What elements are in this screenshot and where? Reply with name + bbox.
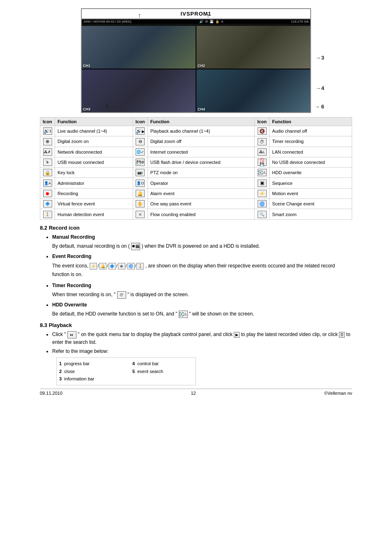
status-storage: 116.276 GB <box>291 20 309 23</box>
icon-sequence: ▣ <box>258 180 267 187</box>
num-item-2: 2 close <box>59 368 120 375</box>
manual-recording-item: Manual Recording By default, manual reco… <box>52 233 352 250</box>
func-zoom-on: Digital zoom on <box>55 136 133 147</box>
icon-inline-hdd: 💽⚠ <box>179 311 188 318</box>
ev-ico-3: 🔷 <box>108 263 116 269</box>
camera-view: 2000 / NOV/08 00:03 / 03 (WED) 🔊 ⚙ 💾 🔒 A… <box>81 18 311 113</box>
icon-timer-rec: ⏱ <box>258 138 267 145</box>
func-sequence: Sequence <box>270 178 352 188</box>
ch2-label: CH2 <box>198 64 205 68</box>
func-ptz: PTZ mode on <box>148 168 255 178</box>
func-vfence: Virtual fence event <box>55 199 133 209</box>
cam-ch1: CH1 <box>82 26 196 69</box>
func-flow: Flow counting enabled <box>148 209 255 219</box>
icon-smart-zoom: 🔍 <box>258 211 267 218</box>
icon-admin: 👤A <box>43 180 52 187</box>
cam-ch2: CH2 <box>196 26 310 69</box>
hdd-overwrite-label: HDD Overwrite <box>52 302 87 308</box>
func-timer-rec: Timer recording <box>270 136 352 147</box>
timer-recording-item: Timer Recording When timer recording is … <box>52 282 352 299</box>
func-usb-mouse: USB mouse connected <box>55 157 133 167</box>
ev-ico-4: ⊕ <box>118 263 125 269</box>
numbered-list: 1 progress bar 4 control bar 2 close 5 e… <box>56 357 196 385</box>
func-audio-off: Audio channel off <box>270 126 352 136</box>
title-bar: IVSPROM1 <box>81 8 311 18</box>
timer-recording-label: Timer Recording <box>52 283 91 288</box>
func-live-audio: Live audio channel (1~4) <box>55 126 133 136</box>
func-zoom-off: Digital zoom off <box>148 136 255 147</box>
arrow-5: 5 ← <box>106 104 115 110</box>
ev-ico-2: 🔔 <box>99 263 106 269</box>
footer-copyright: ©Velleman nv <box>324 391 352 396</box>
func-admin: Administrator <box>55 178 133 188</box>
table-row: 🚶 Human detection event ⤭ Flow counting … <box>40 209 352 219</box>
icon-recording: ⏺ <box>43 190 52 197</box>
icon-table: Icon Function Icon Function Icon Functio… <box>40 117 352 220</box>
func-alarm: Alarm event <box>148 188 255 198</box>
event-recording-text: The event icons, ⚡ / 🔔 / 🔷 / ⊕ / 🌀 / 🚶 <box>52 262 352 279</box>
col-icon2: Icon <box>133 117 148 126</box>
status-icons: 🔊 ⚙ 💾 🔒 A <box>199 20 223 23</box>
camera-grid: CH1 CH2 CH3 CH4 <box>82 26 310 112</box>
heading-8-2: 8.2 Record icon <box>40 225 352 231</box>
icon-vfence: 🔷 <box>43 200 52 207</box>
col-icon1: Icon <box>40 117 55 126</box>
section-8-3: 8.3 Playback Click " ⏯ " on the quick me… <box>40 322 352 385</box>
col-icon3: Icon <box>255 117 270 126</box>
ev-ico-5: 🌀 <box>127 263 135 269</box>
icon-alarm: 🔔 <box>136 190 145 197</box>
icon-inet-conn: 🌐✓ <box>136 148 145 156</box>
playback-bullet-2: Refer to the image below: 1 progress bar… <box>52 348 352 385</box>
icon-play-latest: ▶ <box>234 332 240 338</box>
manual-recording-label: Manual Recording <box>52 234 95 240</box>
icon-lan-conn: 🖧L <box>258 148 267 156</box>
table-row: 🔊1 Live audio channel (1~4) 🔊▶ Playback … <box>40 126 352 136</box>
footer-date: 09.11.2010 <box>40 391 62 396</box>
icon-usb-flash: 💾⚙ <box>136 159 145 166</box>
icon-playback-ctrl: ⏯ <box>67 331 76 339</box>
func-smart-zoom: Smart zoom <box>270 209 352 219</box>
heading-8-3: 8.3 Playback <box>40 322 352 328</box>
section-8-2: 8.2 Record icon Manual Recording By defa… <box>40 225 352 318</box>
ev-ico-6: 🚶 <box>136 263 144 269</box>
icon-inline-recording: ⏺🎬 <box>131 243 140 250</box>
icon-zoom-off: ⊖ <box>136 138 145 145</box>
func-oneway: One way pass event <box>148 199 255 209</box>
ch1-label: CH1 <box>83 64 90 68</box>
cam-ch4: CH4 <box>196 69 310 112</box>
icon-scene-change: 🌀 <box>258 200 267 207</box>
timer-recording-text: When timer recording is on, " ⏱ " is dis… <box>52 291 352 299</box>
icon-motion: ⚡ <box>258 190 267 197</box>
event-icons-inline: ⚡ / 🔔 / 🔷 / ⊕ / 🌀 / 🚶 <box>90 263 144 270</box>
func-key-lock: Key lock <box>55 168 133 178</box>
num-item-3: 3 information bar <box>59 375 120 382</box>
arrow-4: → 4 <box>316 85 324 91</box>
icon-flow: ⤭ <box>136 211 145 218</box>
table-row: ⏺ Recording 🔔 Alarm event ⚡ Motion event <box>40 188 352 198</box>
ch3-label: CH3 <box>83 107 90 111</box>
num-item-1: 1 progress bar <box>59 360 120 367</box>
event-recording-label: Event Recording <box>52 253 91 259</box>
event-recording-item: Event Recording The event icons, ⚡ / 🔔 /… <box>52 253 352 279</box>
manual-recording-text: By default, manual recording is on ( ⏺🎬 … <box>52 242 352 250</box>
func-no-usb: No USB device connected <box>270 157 352 167</box>
func-inet-conn: Internet connected <box>148 147 255 157</box>
icon-key-lock: 🔒 <box>43 169 52 176</box>
icon-operator: 👤O <box>136 180 145 187</box>
func-hdd-overwrite: HDD overwrite <box>270 168 352 178</box>
hdd-overwrite-text: Be default, the HDD overwrite function i… <box>52 310 352 318</box>
table-row: 🖱 USB mouse connected 💾⚙ USB flash drive… <box>40 157 352 167</box>
status-bar: 2000 / NOV/08 00:03 / 03 (WED) 🔊 ⚙ 💾 🔒 A… <box>82 19 310 24</box>
icon-hdd-overwrite: 💽⚠ <box>258 169 267 176</box>
status-time: 2000 / NOV/08 00:03 / 03 (WED) <box>83 20 131 23</box>
footer-page: 12 <box>191 391 196 396</box>
func-usb-flash: USB flash drive / device connected <box>148 157 255 167</box>
arrow-3: → 3 <box>316 55 324 61</box>
icon-oneway: ✋ <box>136 200 145 207</box>
icon-search-list: ☰ <box>339 332 345 338</box>
func-lan-conn: LAN connected <box>270 147 352 157</box>
num-item-5: 5 event search <box>132 368 193 375</box>
arrow-6: → 6 <box>314 104 324 110</box>
func-scene-change: Scene Change event <box>270 199 352 209</box>
col-func2: Function <box>148 117 255 126</box>
